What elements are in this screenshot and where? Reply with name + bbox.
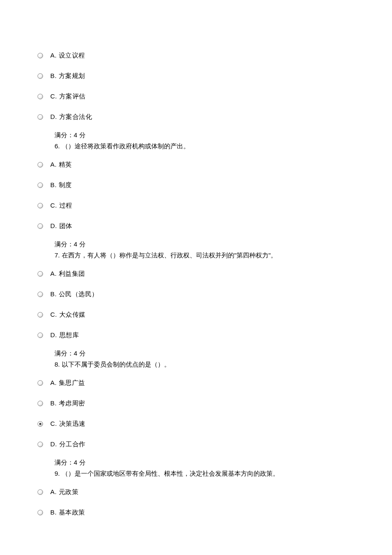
option-label: B. 制度 — [50, 181, 72, 189]
radio-button[interactable] — [37, 73, 50, 79]
radio-button[interactable] — [37, 203, 50, 208]
radio-icon — [37, 421, 43, 427]
radio-button[interactable] — [37, 53, 50, 58]
option-row[interactable]: B. 公民（选民） — [37, 290, 392, 298]
option-text: 考虑周密 — [57, 399, 85, 407]
option-letter: D. — [50, 113, 57, 120]
question-text: 9. （）是一个国家或地区带有全局性、根本性，决定社会发展基本方向的政策。 — [55, 468, 392, 479]
question-body: （）途径将政策看作政府机构或体制的产出。 — [60, 142, 190, 150]
question-meta: 满分：4 分7. 在西方，有人将（）称作是与立法权、行政权、司法权并列的"第四种… — [55, 239, 392, 261]
option-letter: C. — [50, 420, 57, 427]
option-row[interactable]: D. 思想库 — [37, 331, 392, 339]
option-label: A. 设立议程 — [50, 52, 85, 60]
option-text: 思想库 — [57, 331, 79, 338]
score-label: 满分：4 分 — [55, 348, 392, 359]
radio-icon — [37, 203, 43, 208]
option-text: 方案评估 — [57, 92, 86, 100]
radio-icon — [37, 380, 43, 386]
radio-icon — [37, 223, 43, 229]
radio-button[interactable] — [37, 332, 50, 338]
radio-icon — [37, 94, 43, 99]
option-row[interactable]: A. 集思广益 — [37, 379, 392, 387]
option-text: 决策迅速 — [57, 420, 86, 427]
question-text: 7. 在西方，有人将（）称作是与立法权、行政权、司法权并列的"第四种权力"。 — [55, 250, 392, 261]
option-letter: D. — [50, 440, 57, 448]
radio-button[interactable] — [37, 442, 50, 447]
option-label: C. 方案评估 — [50, 92, 86, 101]
option-text: 大众传媒 — [57, 311, 86, 318]
option-row[interactable]: A. 元政策 — [37, 488, 392, 496]
radio-button[interactable] — [37, 162, 50, 168]
option-text: 方案合法化 — [57, 113, 92, 120]
option-text: 集思广益 — [57, 379, 85, 386]
radio-button[interactable] — [37, 292, 50, 297]
option-text: 公民（选民） — [57, 290, 98, 298]
radio-button[interactable] — [37, 489, 50, 495]
radio-icon — [37, 271, 43, 277]
option-label: B. 公民（选民） — [50, 290, 98, 298]
option-row[interactable]: C. 大众传媒 — [37, 310, 392, 319]
radio-button[interactable] — [37, 223, 50, 229]
option-row[interactable]: A. 利益集团 — [37, 269, 392, 278]
option-text: 方案规划 — [57, 72, 85, 79]
question-body: 在西方，有人将（）称作是与立法权、行政权、司法权并列的"第四种权力"。 — [60, 251, 277, 259]
option-text: 制度 — [57, 181, 72, 188]
question-text: 6. （）途径将政策看作政府机构或体制的产出。 — [55, 141, 392, 152]
radio-icon — [37, 162, 43, 168]
option-row[interactable]: C. 过程 — [37, 201, 392, 210]
option-row[interactable]: B. 制度 — [37, 181, 392, 189]
option-label: C. 过程 — [50, 202, 72, 210]
radio-icon — [37, 401, 43, 406]
radio-icon — [37, 489, 43, 495]
option-letter: D. — [50, 331, 57, 338]
option-text: 团体 — [57, 222, 72, 229]
option-row[interactable]: B. 方案规划 — [37, 72, 392, 80]
option-label: B. 基本政策 — [50, 509, 85, 517]
radio-button[interactable] — [37, 380, 50, 386]
radio-button[interactable] — [37, 421, 50, 427]
option-letter: C. — [50, 202, 57, 209]
radio-button[interactable] — [37, 401, 50, 406]
option-text: 精英 — [57, 161, 72, 168]
question-meta: 满分：4 分8. 以下不属于委员会制的优点的是（）。 — [55, 348, 392, 370]
option-row[interactable]: C. 决策迅速 — [37, 419, 392, 428]
option-label: D. 方案合法化 — [50, 113, 92, 121]
radio-button[interactable] — [37, 510, 50, 515]
score-label: 满分：4 分 — [55, 130, 392, 141]
option-letter: A. — [50, 52, 57, 59]
question-number: 7. — [55, 251, 60, 259]
radio-button[interactable] — [37, 114, 50, 120]
question-number: 8. — [55, 361, 60, 368]
radio-icon — [37, 114, 43, 120]
radio-button[interactable] — [37, 271, 50, 277]
option-letter: B. — [50, 72, 57, 79]
radio-button[interactable] — [37, 312, 50, 318]
option-label: B. 方案规划 — [50, 72, 85, 80]
radio-button[interactable] — [37, 182, 50, 188]
question-meta: 满分：4 分9. （）是一个国家或地区带有全局性、根本性，决定社会发展基本方向的… — [55, 457, 392, 479]
option-row[interactable]: B. 基本政策 — [37, 508, 392, 517]
radio-icon — [37, 510, 43, 515]
option-text: 过程 — [57, 202, 72, 209]
option-row[interactable]: B. 考虑周密 — [37, 399, 392, 408]
option-text: 利益集团 — [57, 270, 85, 277]
option-letter: B. — [50, 509, 57, 516]
question-text: 8. 以下不属于委员会制的优点的是（）。 — [55, 359, 392, 370]
question-body: （）是一个国家或地区带有全局性、根本性，决定社会发展基本方向的政策。 — [60, 470, 279, 477]
option-label: C. 决策迅速 — [50, 420, 86, 428]
option-letter: A. — [50, 161, 57, 168]
option-row[interactable]: A. 精英 — [37, 160, 392, 169]
radio-button[interactable] — [37, 94, 50, 99]
option-text: 分工合作 — [57, 440, 86, 448]
option-label: C. 大众传媒 — [50, 311, 86, 319]
option-letter: B. — [50, 290, 57, 298]
option-label: D. 团体 — [50, 222, 72, 230]
option-row[interactable]: D. 团体 — [37, 222, 392, 230]
radio-icon — [37, 53, 43, 58]
option-row[interactable]: D. 分工合作 — [37, 440, 392, 448]
option-row[interactable]: A. 设立议程 — [37, 51, 392, 60]
option-row[interactable]: D. 方案合法化 — [37, 113, 392, 121]
option-row[interactable]: C. 方案评估 — [37, 92, 392, 101]
question-number: 9. — [55, 470, 60, 477]
option-letter: C. — [50, 311, 57, 318]
